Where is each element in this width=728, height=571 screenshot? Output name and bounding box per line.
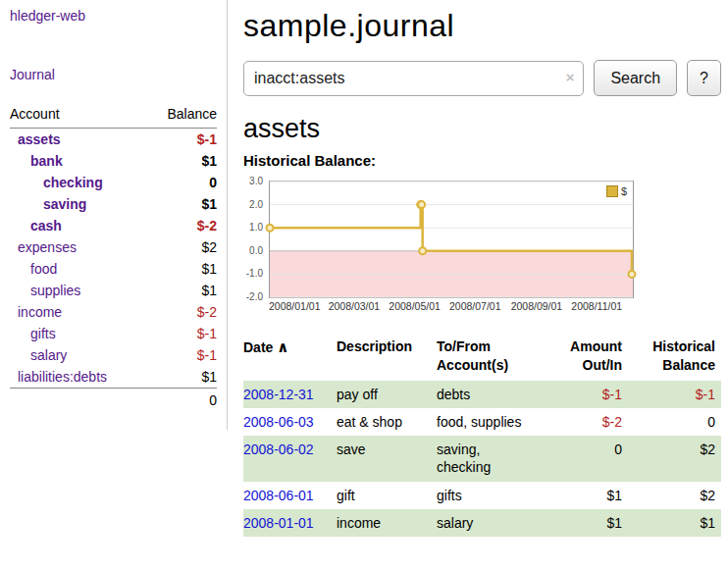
amount-cell: $1 <box>546 482 628 509</box>
account-balance: $1 <box>201 153 217 169</box>
account-balance: $2 <box>201 239 217 255</box>
account-balance: $1 <box>201 369 217 385</box>
accounts-total-row: 0 <box>10 388 217 412</box>
transaction-date-link[interactable]: 2008-12-31 <box>243 387 314 402</box>
account-row: income$-2 <box>10 301 217 323</box>
transaction-date-link[interactable]: 2008-06-01 <box>243 488 314 503</box>
account-row: salary$-1 <box>10 344 217 366</box>
account-list: assets$-1bank$1checking0saving$1cash$-2e… <box>10 129 217 388</box>
description-cell: save <box>337 436 437 481</box>
account-balance: $-1 <box>197 131 217 147</box>
accounts-header: Account Balance <box>10 102 217 129</box>
clear-search-icon[interactable]: × <box>566 70 575 84</box>
sort-asc-icon: ∧ <box>277 338 288 355</box>
account-row: supplies$1 <box>10 280 217 301</box>
description-cell: pay off <box>337 381 437 408</box>
sidebar-account-link[interactable]: salary <box>10 347 67 363</box>
sidebar-account-link[interactable]: income <box>10 304 62 320</box>
app-title-link[interactable]: hledger-web <box>10 8 217 24</box>
chart-y-labels: 3.02.01.00.0-1.0-2.0 <box>243 181 263 296</box>
balance-cell: $-1 <box>628 381 721 408</box>
chart-legend: $ <box>604 184 629 198</box>
y-axis-tick-label: -2.0 <box>243 291 263 302</box>
transactions-table: Date ∧DescriptionTo/FromAccount(s)Amount… <box>243 336 721 537</box>
col-header-historical: HistoricalBalance <box>628 336 721 381</box>
transaction-row: 2008-06-01giftgifts$1$2 <box>243 482 721 509</box>
accounts-cell: food, supplies <box>437 408 546 436</box>
sidebar-account-link[interactable]: food <box>10 261 57 277</box>
account-balance: $-1 <box>197 347 217 363</box>
sidebar-account-link[interactable]: gifts <box>10 326 56 341</box>
account-row: assets$-1 <box>10 129 217 150</box>
legend-swatch-icon <box>606 185 618 197</box>
transaction-row: 2008-06-02savesaving, checking0$2 <box>243 436 721 481</box>
sidebar-account-link[interactable]: expenses <box>10 239 77 255</box>
description-cell: income <box>337 509 437 537</box>
sidebar-item-journal[interactable]: Journal <box>10 67 217 82</box>
description-cell: eat & shop <box>337 408 437 436</box>
account-row: gifts$-1 <box>10 323 217 344</box>
sidebar-account-link[interactable]: checking <box>10 175 103 190</box>
search-input[interactable] <box>243 61 584 96</box>
account-row: saving$1 <box>10 193 217 215</box>
chart-plot: $ <box>269 181 634 298</box>
main-content: sample.journal × Search ? assets Histori… <box>243 0 721 537</box>
transaction-date-link[interactable]: 2008-06-03 <box>243 414 314 430</box>
x-axis-tick-label: 2008/03/01 <box>329 300 381 312</box>
balance-cell: $2 <box>628 482 721 509</box>
transaction-row: 2008-01-01incomesalary$1$1 <box>243 509 721 537</box>
sidebar-account-link[interactable]: cash <box>10 218 62 234</box>
sidebar-account-link[interactable]: supplies <box>10 283 80 298</box>
x-axis-tick-label: 2008/01/01 <box>269 300 321 312</box>
y-axis-tick-label: 3.0 <box>243 176 263 186</box>
x-axis-tick-label: 2008/09/01 <box>511 300 563 312</box>
account-balance: $-2 <box>197 304 217 320</box>
transaction-date-link[interactable]: 2008-06-02 <box>243 441 314 457</box>
accounts-cell: saving, checking <box>437 436 546 481</box>
amount-cell: 0 <box>546 436 628 481</box>
col-header-amount: AmountOut/In <box>546 336 628 381</box>
page-title: sample.journal <box>243 8 721 44</box>
account-balance: $-2 <box>197 218 217 234</box>
balance-chart: 3.02.01.00.0-1.0-2.0 $ 2008/01/012008/03… <box>243 181 721 320</box>
accounts-cell: debts <box>437 381 546 408</box>
sidebar-account-link[interactable]: liabilities:debts <box>10 369 107 385</box>
y-axis-tick-label: 1.0 <box>243 222 263 233</box>
account-balance: $1 <box>201 283 217 298</box>
accounts-panel: Account Balance assets$-1bank$1checking0… <box>10 102 217 412</box>
col-header-date[interactable]: Date ∧ <box>243 336 337 381</box>
y-axis-tick-label: 0.0 <box>243 245 263 256</box>
chart-x-labels: 2008/01/012008/03/012008/05/012008/07/01… <box>269 300 634 314</box>
search-button[interactable]: Search <box>594 60 677 96</box>
col-header-tofrom: To/FromAccount(s) <box>437 336 546 381</box>
balance-cell: 0 <box>628 408 721 436</box>
y-axis-tick-label: 2.0 <box>243 199 263 210</box>
sidebar-account-link[interactable]: assets <box>10 131 61 147</box>
chart-heading: Historical Balance: <box>243 152 721 169</box>
account-row: cash$-2 <box>10 215 217 236</box>
account-row: expenses$2 <box>10 236 217 258</box>
account-row: checking0 <box>10 172 217 193</box>
transaction-date-link[interactable]: 2008-01-01 <box>243 515 314 531</box>
x-axis-tick-label: 2008/11/01 <box>571 300 622 312</box>
account-row: bank$1 <box>10 150 217 172</box>
help-button[interactable]: ? <box>687 60 721 96</box>
accounts-col-account: Account <box>10 106 60 122</box>
legend-label: $ <box>621 185 627 197</box>
chart-svg <box>270 182 633 297</box>
x-axis-tick-label: 2008/07/01 <box>449 300 501 312</box>
amount-cell: $-2 <box>546 408 628 436</box>
balance-cell: $2 <box>628 436 721 481</box>
account-row: food$1 <box>10 258 217 280</box>
account-balance: $-1 <box>197 326 217 341</box>
description-cell: gift <box>337 482 437 509</box>
amount-cell: $1 <box>546 509 628 537</box>
balance-cell: $1 <box>628 509 721 537</box>
account-row: liabilities:debts$1 <box>10 366 217 388</box>
sidebar-account-link[interactable]: bank <box>10 153 63 169</box>
account-heading: assets <box>243 114 721 144</box>
sidebar: hledger-web Journal Account Balance asse… <box>0 0 228 430</box>
transaction-row: 2008-06-03eat & shopfood, supplies$-20 <box>243 408 721 436</box>
transaction-row: 2008-12-31pay offdebts$-1$-1 <box>243 381 721 408</box>
sidebar-account-link[interactable]: saving <box>10 196 86 212</box>
